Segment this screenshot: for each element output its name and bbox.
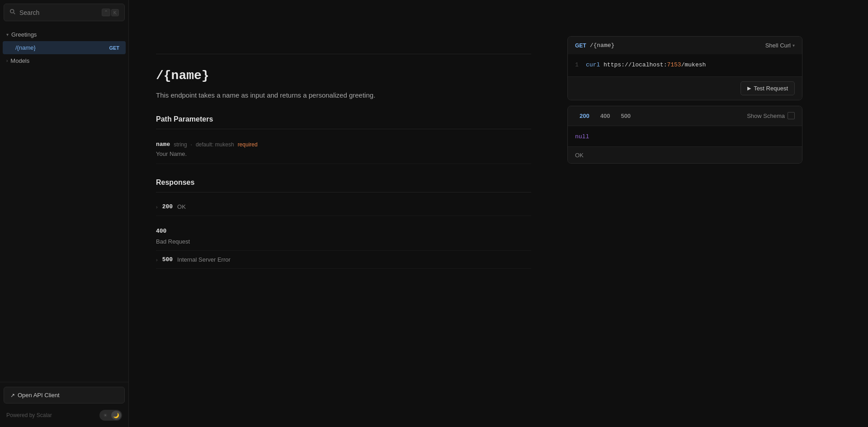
section-greetings-label: Greetings <box>11 31 37 38</box>
response-500-code: 500 <box>162 256 173 263</box>
search-label: Search <box>19 9 39 16</box>
response-500-item: › 500 Internal Server Error <box>156 251 531 269</box>
svg-point-0 <box>10 9 14 13</box>
moon-icon: 🌙 <box>113 413 119 418</box>
param-required-badge: required <box>238 141 258 148</box>
svg-line-1 <box>14 13 15 14</box>
light-theme-option[interactable]: ☀ <box>100 411 110 420</box>
theme-toggle[interactable]: ☀ 🌙 <box>99 410 122 421</box>
section-models-label: Models <box>10 57 29 64</box>
response-500-label: Internal Server Error <box>177 256 231 263</box>
open-api-btn-label: Open API Client <box>18 392 60 399</box>
top-divider <box>156 18 531 54</box>
code-url-text: https://localhost:7153/mukesh <box>604 61 706 68</box>
sidebar-nav: ▾ Greetings /{name} GET › Models <box>0 25 128 382</box>
dark-theme-option[interactable]: 🌙 <box>111 411 121 420</box>
endpoint-title: /{name} <box>156 69 531 83</box>
chevron-200-icon: › <box>156 204 158 210</box>
code-url-suffix: /mukesh <box>681 61 706 68</box>
code-port: 7153 <box>667 61 681 68</box>
language-selector[interactable]: Shell Curl ▾ <box>765 42 795 49</box>
show-schema-label: Show Schema <box>747 113 785 119</box>
lang-chevron-icon: ▾ <box>793 43 795 48</box>
code-panel: GET /{name} Shell Curl ▾ 1 curl <box>567 36 802 100</box>
code-content: curl https://localhost:7153/mukesh <box>586 61 706 70</box>
param-name-item: name string · default: mukesh required Y… <box>156 135 531 164</box>
open-api-client-button[interactable]: ↗ Open API Client <box>4 387 125 404</box>
chevron-500-icon: › <box>156 257 158 263</box>
response-200-item: › 200 OK <box>156 198 531 216</box>
response-200-header[interactable]: › 200 OK <box>156 203 531 210</box>
sun-icon: ☀ <box>103 413 108 418</box>
search-icon <box>9 9 16 16</box>
chevron-right-icon: › <box>6 58 8 63</box>
section-greetings[interactable]: ▾ Greetings <box>0 28 128 41</box>
response-400-label: Bad Request <box>156 238 531 245</box>
right-panel: GET /{name} Shell Curl ▾ 1 curl <box>558 27 811 301</box>
response-tabs: 200 400 500 Show Schema <box>568 106 802 126</box>
code-panel-header: GET /{name} Shell Curl ▾ <box>568 37 802 54</box>
test-request-button[interactable]: ▶ Test Request <box>741 81 795 95</box>
response-body: null <box>568 126 802 146</box>
sidebar-item-name-endpoint[interactable]: /{name} GET <box>3 41 126 54</box>
code-body: 1 curl https://localhost:7153/mukesh <box>568 54 802 76</box>
search-bar-left: Search <box>9 9 39 16</box>
shortcut-k: K <box>111 9 119 16</box>
response-tab-500[interactable]: 500 <box>616 111 635 121</box>
responses-section: Responses › 200 OK 400 Bad Request <box>156 178 531 269</box>
response-tab-400[interactable]: 400 <box>596 111 615 121</box>
param-header: name string · default: mukesh required <box>156 141 531 148</box>
search-shortcut: ⌃ K <box>102 9 119 16</box>
response-tab-list: 200 400 500 <box>575 111 635 121</box>
param-description: Your Name. <box>156 150 531 157</box>
powered-by-text: Powered by Scalar <box>6 412 52 418</box>
section-models[interactable]: › Models <box>0 55 128 67</box>
param-default: default: mukesh <box>196 141 234 148</box>
schema-toggle-checkbox[interactable] <box>788 112 795 119</box>
method-get-badge: GET <box>575 42 586 49</box>
path-parameters-section: Path Parameters name string · default: m… <box>156 115 531 164</box>
code-url-prefix-text: https://localhost: <box>604 61 667 68</box>
response-200-code: 200 <box>162 203 173 210</box>
play-icon: ▶ <box>747 85 751 91</box>
external-link-icon: ↗ <box>10 392 15 399</box>
response-200-label: OK <box>177 203 186 210</box>
param-type: string <box>174 141 187 148</box>
content-area: /{name} This endpoint takes a name as in… <box>129 0 868 301</box>
line-number: 1 <box>575 61 580 70</box>
param-meta-dot: · <box>191 141 192 148</box>
nav-item-method-badge: GET <box>109 45 119 51</box>
endpoint-description: This endpoint takes a name as input and … <box>156 90 531 101</box>
code-line-1: 1 curl https://localhost:7153/mukesh <box>575 61 795 70</box>
param-name: name <box>156 141 170 148</box>
response-tab-200[interactable]: 200 <box>575 111 594 121</box>
path-parameters-heading: Path Parameters <box>156 115 531 129</box>
language-label: Shell Curl <box>765 42 791 49</box>
test-request-label: Test Request <box>754 85 788 92</box>
response-400-code: 400 <box>156 228 166 235</box>
response-null-value: null <box>575 133 589 140</box>
response-400-item: 400 Bad Request <box>156 216 531 251</box>
show-schema-toggle[interactable]: Show Schema <box>747 112 795 119</box>
response-panel: 200 400 500 Show Schema null OK <box>567 106 802 164</box>
responses-heading: Responses <box>156 178 531 192</box>
powered-by-section: Powered by Scalar ☀ 🌙 <box>4 408 125 422</box>
response-400-plain: 400 <box>156 221 531 236</box>
response-ok-section: OK <box>568 146 802 163</box>
nav-item-label: /{name} <box>15 44 36 51</box>
chevron-down-icon: ▾ <box>6 32 9 37</box>
doc-section: /{name} This endpoint takes a name as in… <box>129 0 558 301</box>
main-content: /{name} This endpoint takes a name as in… <box>129 0 868 427</box>
code-keyword: curl <box>586 61 600 68</box>
response-ok-text: OK <box>575 152 584 159</box>
endpoint-path-label: /{name} <box>590 42 615 49</box>
sidebar-footer: ↗ Open API Client Powered by Scalar ☀ 🌙 <box>0 382 128 427</box>
endpoint-badge: GET /{name} <box>575 42 614 49</box>
response-500-header[interactable]: › 500 Internal Server Error <box>156 256 531 263</box>
search-bar[interactable]: Search ⌃ K <box>4 4 125 21</box>
code-panel-footer: ▶ Test Request <box>568 76 802 100</box>
sidebar: Search ⌃ K ▾ Greetings /{name} GET › Mod… <box>0 0 129 427</box>
shortcut-ctrl: ⌃ <box>102 9 110 16</box>
